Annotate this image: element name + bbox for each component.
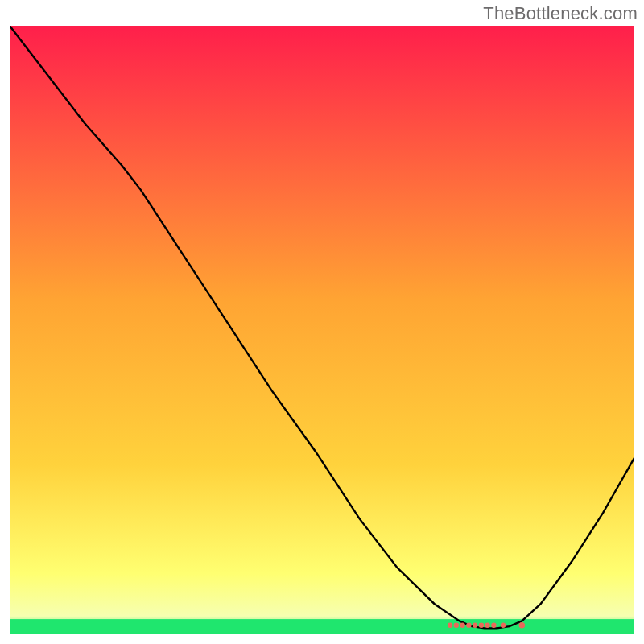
- green-bottom-band: [10, 619, 634, 634]
- marker-dot: [454, 623, 459, 628]
- marker-dot: [460, 623, 464, 628]
- marker-dot: [448, 623, 452, 628]
- plot-area: [10, 26, 634, 634]
- gradient-background: [10, 26, 634, 634]
- marker-dot: [485, 623, 489, 628]
- marker-dot: [519, 622, 526, 629]
- marker-dot: [491, 623, 496, 628]
- marker-dot: [466, 623, 471, 628]
- bottleneck-chart: [10, 26, 634, 634]
- marker-dot: [479, 623, 484, 628]
- marker-dot: [501, 623, 506, 628]
- watermark-text: TheBottleneck.com: [483, 3, 638, 24]
- marker-dot: [473, 623, 477, 628]
